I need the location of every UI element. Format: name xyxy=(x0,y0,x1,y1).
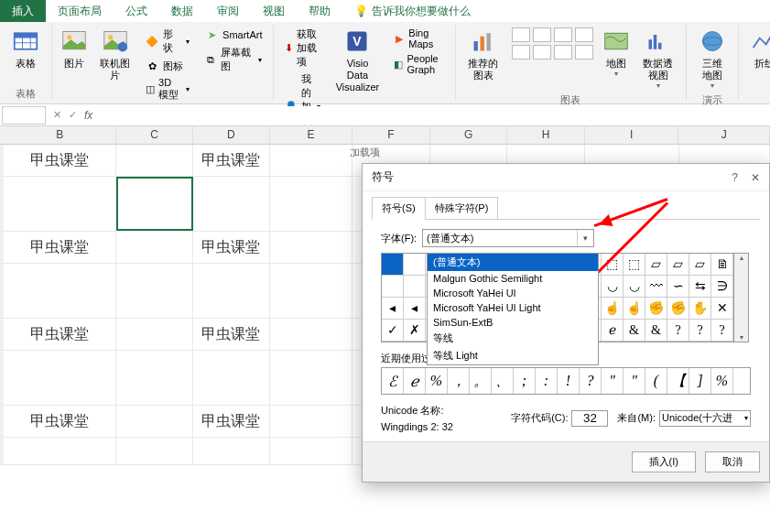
grid-cell[interactable] xyxy=(193,264,270,318)
col-header-b[interactable]: B xyxy=(4,126,116,144)
grid-cell[interactable] xyxy=(116,438,193,464)
recent-symbol[interactable]: 。 xyxy=(470,368,492,394)
tables-button[interactable]: 表格 xyxy=(5,25,46,71)
symbol-cell[interactable]: ✗ xyxy=(404,320,426,342)
tab-layout[interactable]: 页面布局 xyxy=(46,0,114,22)
recent-symbol[interactable]: % xyxy=(426,368,448,394)
symbol-cell[interactable]: ✓ xyxy=(382,320,404,342)
chevron-down-icon[interactable]: ▾ xyxy=(577,230,593,246)
grid-cell[interactable]: 甲虫课堂 xyxy=(4,232,116,263)
symbol-cell[interactable]: ✕ xyxy=(711,298,733,320)
symbol-cell[interactable]: ◡ xyxy=(624,276,645,298)
font-option[interactable]: 等线 xyxy=(428,330,598,347)
recent-symbol[interactable]: ? xyxy=(580,368,602,394)
scroll-up-icon[interactable]: ▴ xyxy=(740,254,743,262)
pivot-chart-button[interactable]: 数据透视图 ▾ xyxy=(636,25,680,92)
chart-gallery[interactable] xyxy=(509,25,596,62)
grid-cell[interactable] xyxy=(116,232,193,263)
get-addins-button[interactable]: ⬇ 获取加载项 xyxy=(281,27,324,70)
grid-cell[interactable] xyxy=(116,406,193,437)
symbol-cell[interactable]: ☝ xyxy=(602,298,624,320)
symbol-cell[interactable]: ▱ xyxy=(645,254,667,276)
recent-symbol[interactable]: ; xyxy=(514,368,536,394)
symbol-cell[interactable]: ✋ xyxy=(689,298,711,320)
grid-cell[interactable]: 甲虫课堂 xyxy=(4,406,116,437)
shapes-button[interactable]: 🔶 形状 ▾ xyxy=(141,27,193,56)
col-header-h[interactable]: H xyxy=(507,126,585,144)
pictures-button[interactable]: 图片 xyxy=(58,25,91,71)
close-icon[interactable]: ✕ xyxy=(751,171,760,184)
col-header-j[interactable]: J xyxy=(678,126,770,144)
symbol-cell[interactable]: & xyxy=(645,320,667,342)
3d-model-button[interactable]: ◫ 3D 模型 ▾ xyxy=(141,76,193,103)
grid-cell[interactable] xyxy=(4,351,116,405)
grid-cell[interactable]: 甲虫课堂 xyxy=(193,145,270,176)
grid-cell[interactable] xyxy=(270,351,353,405)
cancel-icon[interactable]: ✕ xyxy=(53,109,61,121)
recent-symbol[interactable]: ] xyxy=(689,368,711,394)
people-graph-button[interactable]: ◧ People Graph xyxy=(390,52,447,76)
fx-icon[interactable]: fx xyxy=(84,109,92,122)
tell-me[interactable]: 💡 告诉我你想要做什么 xyxy=(342,0,483,22)
col-header-f[interactable]: F xyxy=(352,126,430,144)
tab-data[interactable]: 数据 xyxy=(159,0,205,22)
grid-cell[interactable] xyxy=(193,438,270,464)
recent-symbol[interactable]: : xyxy=(536,368,558,394)
tab-help[interactable]: 帮助 xyxy=(297,0,342,22)
symbol-cell[interactable]: ∋ xyxy=(711,276,733,298)
online-pictures-button[interactable]: 联机图片 xyxy=(94,25,136,83)
symbol-cell[interactable]: ✊ xyxy=(645,298,667,320)
grid-cell[interactable] xyxy=(193,351,270,405)
tab-insert[interactable]: 插入 xyxy=(0,0,46,22)
char-code-input[interactable] xyxy=(571,410,608,427)
confirm-icon[interactable]: ✓ xyxy=(69,109,77,121)
smartart-button[interactable]: ➤ SmartArt xyxy=(201,27,266,43)
help-icon[interactable]: ? xyxy=(732,171,738,184)
grid-cell[interactable] xyxy=(116,264,193,318)
recent-symbol[interactable]: " xyxy=(624,368,645,394)
symbol-cell[interactable]: ℯ xyxy=(602,320,624,342)
symbol-cell[interactable] xyxy=(382,254,404,276)
dialog-titlebar[interactable]: 符号 ? ✕ xyxy=(363,164,769,191)
symbol-cell[interactable]: ? xyxy=(689,320,711,342)
symbol-cell[interactable]: ? xyxy=(667,320,689,342)
symbol-cell[interactable]: ⬚ xyxy=(624,254,645,276)
scroll-down-icon[interactable]: ▾ xyxy=(740,333,743,342)
tab-view[interactable]: 视图 xyxy=(251,0,297,22)
grid-cell[interactable] xyxy=(4,264,116,318)
recent-symbol[interactable]: ℰ xyxy=(382,368,404,394)
map-button[interactable]: 地图 ▾ xyxy=(600,25,633,80)
symbol-cell[interactable]: ∽ xyxy=(667,276,689,298)
col-header-e[interactable]: E xyxy=(270,126,353,144)
symbol-cell[interactable]: ▱ xyxy=(689,254,711,276)
3d-map-button[interactable]: 三维地图 ▾ xyxy=(692,25,732,92)
tab-special-chars[interactable]: 特殊字符(P) xyxy=(426,197,499,220)
grid-cell[interactable]: 甲虫课堂 xyxy=(193,406,270,437)
font-option[interactable]: (普通文本) xyxy=(428,254,598,271)
grid-cell[interactable] xyxy=(270,145,353,176)
grid-cell[interactable] xyxy=(270,438,353,464)
symbol-cell[interactable]: ✊ xyxy=(667,298,689,320)
bing-maps-button[interactable]: ▶ Bing Maps xyxy=(390,27,447,50)
symbol-cell[interactable]: ◂ xyxy=(382,298,404,320)
font-option[interactable]: Microsoft YaHei UI Light xyxy=(428,300,598,315)
name-box[interactable] xyxy=(2,106,46,125)
sparkline-line-button[interactable]: 折线 xyxy=(744,25,770,71)
tab-formula[interactable]: 公式 xyxy=(114,0,159,22)
col-header-c[interactable]: C xyxy=(116,126,193,144)
grid-cell[interactable] xyxy=(193,177,270,231)
formula-input[interactable] xyxy=(100,106,770,125)
grid-cell[interactable] xyxy=(270,177,353,231)
grid-cell[interactable]: 甲虫课堂 xyxy=(193,232,270,263)
recent-symbol[interactable]: ( xyxy=(645,368,667,394)
symbol-cell[interactable]: & xyxy=(624,320,645,342)
grid-cell[interactable] xyxy=(270,264,353,318)
grid-cell[interactable] xyxy=(4,177,116,231)
recent-symbol[interactable]: % xyxy=(711,368,733,394)
grid-cell[interactable] xyxy=(270,319,353,350)
symbol-cell[interactable]: ◡ xyxy=(602,276,624,298)
font-option[interactable]: SimSun-ExtB xyxy=(428,315,598,330)
symbol-cell[interactable] xyxy=(404,276,426,298)
font-option[interactable]: 等线 Light xyxy=(428,347,598,364)
grid-cell[interactable]: 甲虫课堂 xyxy=(4,319,116,350)
